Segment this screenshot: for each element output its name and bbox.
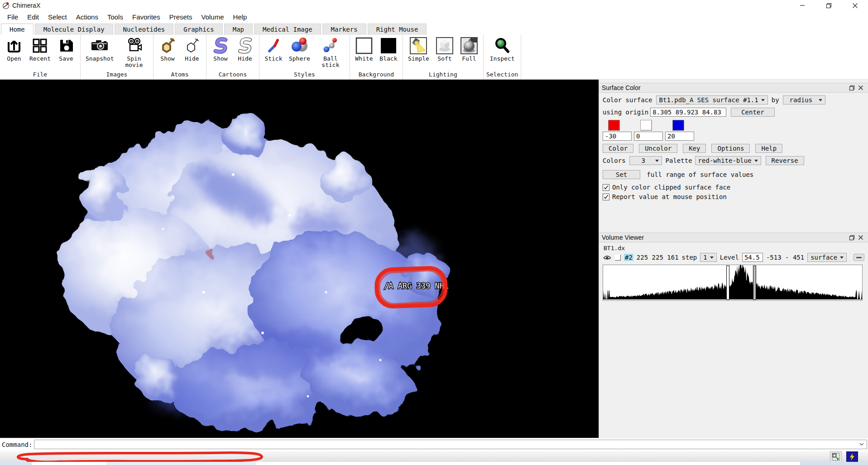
menu-favorites[interactable]: Favorites xyxy=(128,12,165,22)
threshold-input-1[interactable]: -30 xyxy=(603,132,632,141)
snapshot-label: Snapshot xyxy=(86,56,114,62)
threshold-input-3[interactable]: 20 xyxy=(665,132,694,141)
atoms-show-button[interactable]: Show xyxy=(156,36,179,63)
toolbar-group-lighting: Simple Soft xyxy=(403,35,484,79)
full-lighting-label: Full xyxy=(462,56,476,62)
cartoons-hide-button[interactable]: Hide xyxy=(234,36,256,63)
uncolor-button[interactable]: Uncolor xyxy=(639,144,677,153)
help-button[interactable]: Help xyxy=(755,144,782,153)
menu-tools[interactable]: Tools xyxy=(103,12,128,22)
toolbar-group-cartoons: Show Hide Cartoons xyxy=(206,35,259,79)
atoms-hide-button[interactable]: Hide xyxy=(181,36,203,63)
tab-markers[interactable]: Markers xyxy=(322,24,366,35)
drag-handle[interactable] xyxy=(615,255,621,261)
set-button[interactable]: Set xyxy=(603,170,640,179)
level-marker-gray[interactable] xyxy=(753,266,756,300)
save-icon xyxy=(57,37,75,55)
white-background-button[interactable]: White xyxy=(353,36,375,63)
ball-stick-style-button[interactable]: Ball stick xyxy=(314,36,347,69)
level-marker-white[interactable] xyxy=(726,266,729,300)
black-background-button[interactable]: Black xyxy=(377,36,400,63)
menu-select[interactable]: Select xyxy=(43,12,72,22)
menu-volume[interactable]: Volume xyxy=(197,12,229,22)
report-value-checkbox[interactable] xyxy=(603,194,609,200)
model-id-badge[interactable]: #2 xyxy=(624,254,633,261)
tab-nucleotides[interactable]: Nucleotides xyxy=(115,24,174,35)
sphere-style-button[interactable]: Sphere xyxy=(287,36,312,63)
visibility-eye-icon[interactable] xyxy=(603,254,612,261)
volume-histogram[interactable] xyxy=(603,265,863,301)
minimize-button[interactable] xyxy=(789,0,815,11)
simple-lighting-icon xyxy=(409,37,427,55)
step-select[interactable]: 1 xyxy=(700,253,716,262)
inspect-button[interactable]: Inspect xyxy=(488,36,517,63)
toolbar-section-styles: Styles xyxy=(262,71,347,79)
menu-actions[interactable]: Actions xyxy=(72,12,103,22)
save-button[interactable]: Save xyxy=(55,36,77,63)
restore-button[interactable] xyxy=(815,0,842,11)
clipped-face-label: Only color clipped surface face xyxy=(612,184,730,191)
close-button[interactable] xyxy=(842,0,868,11)
white-color-swatch[interactable] xyxy=(640,120,652,131)
open-icon xyxy=(5,37,23,55)
collapse-row-button[interactable] xyxy=(854,254,864,261)
center-button[interactable]: Center xyxy=(731,108,775,117)
tab-map[interactable]: Map xyxy=(224,24,253,35)
surface-select[interactable]: Bt1.pdb_A SES surface #1.1 xyxy=(656,95,768,104)
cartoons-show-label: Show xyxy=(213,56,227,62)
tab-right-mouse[interactable]: Right Mouse xyxy=(368,24,427,35)
atom-hover-label: /A ARG 339 NH1 xyxy=(384,281,449,290)
cartoons-show-button[interactable]: Show xyxy=(209,36,232,63)
surface-color-header[interactable]: Surface Color xyxy=(599,83,868,93)
graphics-viewport[interactable]: /A ARG 339 NH1 xyxy=(0,80,599,438)
tab-home[interactable]: Home xyxy=(1,24,34,35)
soft-lighting-button[interactable]: Soft xyxy=(433,36,456,63)
colors-count-select[interactable]: 3 xyxy=(629,156,662,165)
tab-medical-image[interactable]: Medical Image xyxy=(254,24,321,35)
command-input[interactable] xyxy=(34,440,867,449)
menu-file[interactable]: File xyxy=(3,12,23,22)
key-button[interactable]: Key xyxy=(683,144,706,153)
open-button[interactable]: Open xyxy=(3,36,25,63)
palette-select[interactable]: red-white-blue xyxy=(695,156,761,165)
window-controls xyxy=(789,0,868,11)
threshold-input-2[interactable]: 0 xyxy=(634,132,663,141)
cartoons-show-icon xyxy=(211,37,230,55)
tab-molecule-display[interactable]: Molecule Display xyxy=(35,24,113,35)
color-button[interactable]: Color xyxy=(603,144,633,153)
tab-graphics[interactable]: Graphics xyxy=(175,24,222,35)
resize-region-button[interactable] xyxy=(830,451,842,462)
stick-style-button[interactable]: Stick xyxy=(262,36,285,63)
volume-viewer-header[interactable]: Volume Viewer xyxy=(599,232,868,242)
recent-button[interactable]: Recent xyxy=(27,36,53,63)
snapshot-button[interactable]: Snapshot xyxy=(83,36,116,63)
command-history-chevron-icon[interactable] xyxy=(859,442,864,446)
surface-color-title: Surface Color xyxy=(602,84,641,91)
toolbar-section-lighting: Lighting xyxy=(406,71,480,79)
cartoons-hide-label: Hide xyxy=(238,56,252,62)
simple-lighting-button[interactable]: Simple xyxy=(406,36,432,63)
white-background-icon xyxy=(355,37,373,55)
menu-edit[interactable]: Edit xyxy=(23,12,43,22)
sphere-label: Sphere xyxy=(289,56,310,62)
menu-help[interactable]: Help xyxy=(229,12,252,22)
full-lighting-button[interactable]: Full xyxy=(458,36,480,63)
volume-viewer-close-icon[interactable] xyxy=(856,234,865,241)
menu-presets[interactable]: Presets xyxy=(165,12,197,22)
undock-icon[interactable] xyxy=(847,84,856,91)
clipped-face-checkbox[interactable] xyxy=(603,184,609,191)
undock-icon[interactable] xyxy=(847,234,856,241)
color-by-value: radius xyxy=(786,96,816,104)
origin-input[interactable]: 8.305 89.923 84.83 xyxy=(650,108,726,117)
display-style-select[interactable]: surface xyxy=(807,253,847,262)
options-button[interactable]: Options xyxy=(711,144,750,153)
toolbar-group-styles: Stick xyxy=(259,35,350,79)
color-by-select[interactable]: radius xyxy=(783,95,826,104)
fast-mode-button[interactable] xyxy=(846,451,858,462)
red-color-swatch[interactable] xyxy=(608,120,620,131)
surface-color-close-icon[interactable] xyxy=(856,84,865,91)
blue-color-swatch[interactable] xyxy=(672,120,684,131)
reverse-button[interactable]: Reverse xyxy=(766,156,804,165)
level-input[interactable]: 54.5 xyxy=(742,253,763,262)
spin-movie-button[interactable]: Spin movie xyxy=(118,36,150,69)
